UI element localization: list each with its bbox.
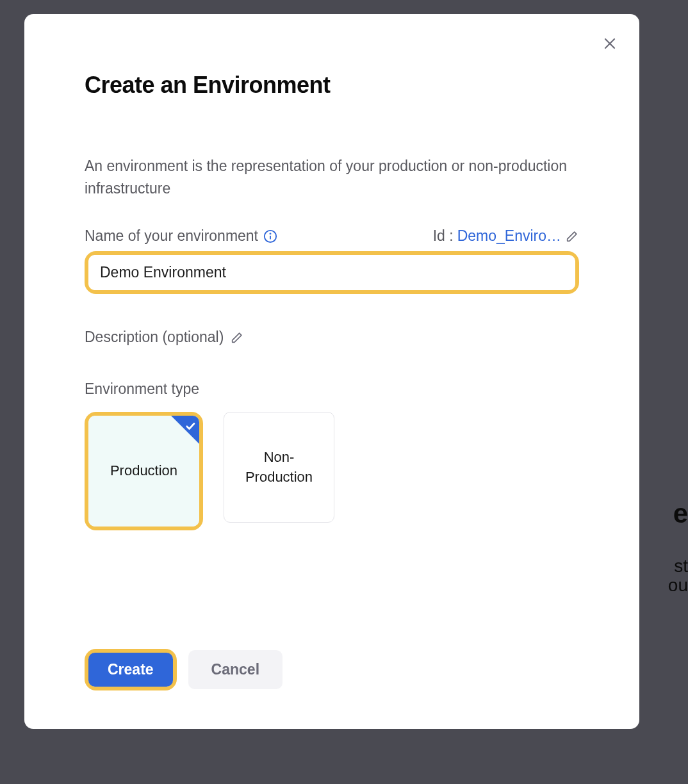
environment-name-input[interactable] bbox=[88, 255, 575, 290]
id-display: Id : Demo_Enviro… bbox=[433, 227, 579, 245]
environment-type-label: Environment type bbox=[85, 380, 579, 398]
modal-title: Create an Environment bbox=[85, 72, 579, 99]
info-icon[interactable] bbox=[263, 229, 277, 243]
background-text: st bbox=[674, 556, 688, 576]
check-icon bbox=[184, 419, 196, 436]
env-type-card-production[interactable]: Production bbox=[88, 416, 199, 527]
modal-footer: Create Cancel bbox=[85, 649, 283, 690]
name-input-highlight bbox=[85, 251, 579, 294]
cancel-button[interactable]: Cancel bbox=[188, 650, 283, 689]
id-prefix: Id : bbox=[433, 227, 454, 245]
env-type-card-nonproduction[interactable]: Non-Production bbox=[224, 412, 334, 523]
env-type-card-label: Non-Production bbox=[224, 448, 334, 487]
create-environment-modal: Create an Environment An environment is … bbox=[24, 14, 639, 729]
modal-intro-text: An environment is the representation of … bbox=[85, 155, 579, 199]
background-text: ou bbox=[668, 575, 688, 596]
create-button[interactable]: Create bbox=[88, 653, 173, 687]
env-type-production-highlight: Production bbox=[85, 412, 203, 530]
description-field-label: Description (optional) bbox=[85, 329, 224, 346]
environment-type-options: Production Non-Production bbox=[85, 412, 579, 530]
background-text: e bbox=[673, 498, 688, 529]
pencil-icon bbox=[565, 229, 579, 243]
name-field-label: Name of your environment bbox=[85, 227, 277, 245]
create-button-highlight: Create bbox=[85, 649, 177, 690]
env-type-card-label: Production bbox=[104, 461, 184, 481]
id-value: Demo_Enviro… bbox=[457, 227, 561, 245]
pencil-icon bbox=[230, 331, 244, 345]
edit-id-button[interactable] bbox=[565, 229, 579, 243]
close-button[interactable] bbox=[598, 32, 621, 55]
edit-description-button[interactable] bbox=[230, 331, 244, 345]
close-icon bbox=[602, 36, 618, 51]
svg-point-4 bbox=[270, 233, 270, 234]
